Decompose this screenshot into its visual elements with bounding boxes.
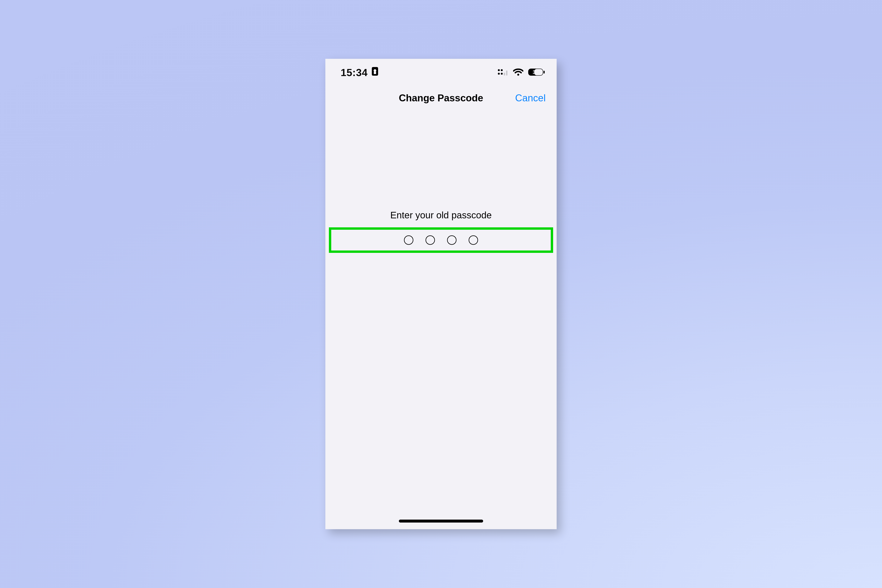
status-bar-right: 38 <box>498 68 545 77</box>
svg-rect-2 <box>374 72 376 74</box>
svg-point-9 <box>517 74 519 76</box>
svg-point-1 <box>374 69 376 72</box>
svg-rect-8 <box>506 70 507 75</box>
svg-point-6 <box>501 73 503 75</box>
phone-screen: 15:34 <box>326 59 556 529</box>
svg-point-5 <box>498 73 500 75</box>
svg-rect-11 <box>543 71 544 74</box>
svg-point-3 <box>498 69 500 71</box>
cellular-icon <box>498 68 508 77</box>
nav-bar: Change Passcode Cancel <box>326 86 556 110</box>
wifi-icon <box>513 68 524 77</box>
passcode-prompt: Enter your old passcode <box>326 210 556 220</box>
passcode-input[interactable] <box>326 236 556 245</box>
home-indicator[interactable] <box>399 520 483 522</box>
svg-rect-7 <box>504 73 505 75</box>
status-bar: 15:34 <box>326 59 556 86</box>
cancel-button[interactable]: Cancel <box>515 92 546 104</box>
passcode-dot <box>404 236 413 245</box>
battery-icon: 38 <box>528 68 545 77</box>
passcode-dot <box>426 236 435 245</box>
passcode-dot <box>469 236 478 245</box>
status-time: 15:34 <box>340 67 368 78</box>
svg-point-4 <box>501 69 503 71</box>
battery-percent-text: 38 <box>533 69 538 75</box>
portrait-lock-icon <box>371 66 379 79</box>
status-bar-left: 15:34 <box>340 66 379 79</box>
phone-screenshot: 15:34 <box>326 59 556 529</box>
passcode-dot <box>447 236 456 245</box>
